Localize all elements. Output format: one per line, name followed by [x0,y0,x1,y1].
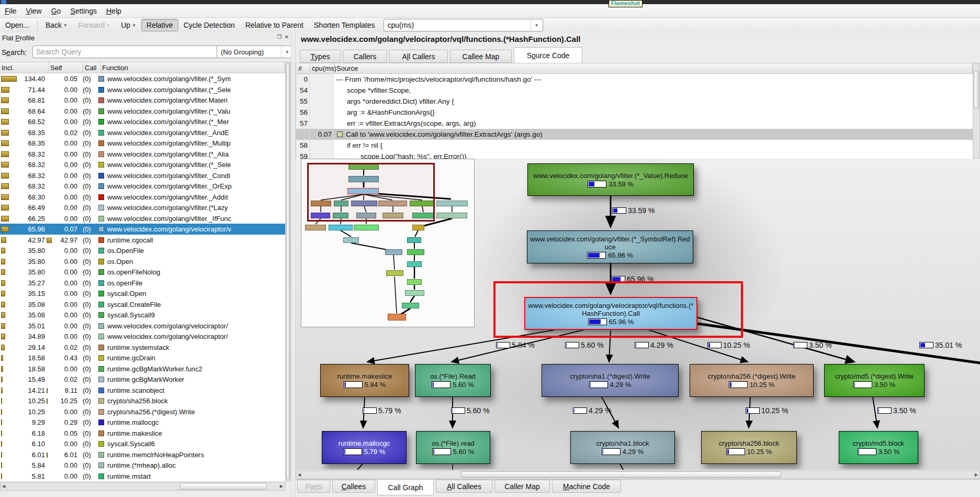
source-line[interactable]: 55args *ordereddict.Dict) vfilter.Any { [296,96,973,107]
graph-node-sha256-write[interactable]: crypto/sha256.(*digest).Write10.25 % [690,364,814,397]
source-line[interactable]: 56arg := &HashFunctionArgs{} [296,107,973,118]
table-row[interactable]: 68.350.02(0)www.velocidex.com/golang/vfi… [0,127,285,138]
table-row[interactable]: 68.320.00(0)www.velocidex.com/golang/vfi… [0,181,285,192]
tab-callees[interactable]: Callees [332,480,375,493]
panel-splitter[interactable] [291,32,296,497]
dock-close-icon[interactable]: ✕ [284,34,290,40]
search-input[interactable] [32,46,218,58]
cycle-detection-button[interactable]: Cycle Detection [178,19,240,31]
scroll-right-icon[interactable]: ▶ [975,472,978,477]
scroll-left-icon[interactable]: ◀ [298,472,301,477]
tab-source-code[interactable]: Source Code [514,47,582,63]
relative-to-parent-button[interactable]: Relative to Parent [240,19,309,31]
graph-node-md5-block[interactable]: crypto/md5.block3.50 % [839,431,918,464]
table-row[interactable]: 134.400.05(0)www.velocidex.com/golang/vf… [0,73,285,84]
graph-hscrollbar[interactable]: ◀ ▶ [296,470,980,479]
table-row[interactable]: 71.440.00(0)www.velocidex.com/golang/vfi… [0,84,285,95]
table-row[interactable]: 35.150.00(0)syscall.Open [0,288,285,299]
menu-view[interactable]: View [21,5,47,17]
tab-callers[interactable]: Callers [343,50,387,63]
graph-node-symbolref-reduce[interactable]: www.velocidex.com/golang/vfilter.(*_Symb… [527,230,693,263]
source-line[interactable]: 0.07Call to 'www.velocidex.com/golang/vf… [296,129,973,140]
table-row[interactable]: 66.250.00(0)www.velocidex.com/golang/vfi… [0,213,285,224]
table-row[interactable]: 35.010.00(0)www.velocidex.com/golang/vel… [0,321,285,332]
scroll-left-icon[interactable]: ◀ [2,484,5,489]
up-button[interactable]: Up▼ [116,19,141,31]
flat-profile-vscrollbar[interactable] [285,62,291,481]
flat-profile-header[interactable]: Incl. Self Call Function [0,62,285,73]
graph-node-sha1-block[interactable]: crypto/sha1.block4.29 % [570,431,675,464]
column-incl[interactable]: Incl. [2,64,14,72]
column-cpu[interactable]: cpu(ms) [312,64,336,72]
table-row[interactable]: 66.490.00(0)www.velocidex.com/golang/vfi… [0,202,285,213]
back-button[interactable]: Back▼ [40,19,73,31]
table-row[interactable]: 18.580.43(0)runtime.gcDrain [0,352,285,363]
source-line[interactable]: 54scope *vfilter.Scope, [296,85,973,96]
graph-node-sha1-write[interactable]: crypto/sha1.(*digest).Write4.29 % [542,364,679,397]
shorten-templates-button[interactable]: Shorten Templates [309,19,380,31]
table-row[interactable]: 35.080.00(0)syscall.Syscall9 [0,310,285,321]
tab-caller-map[interactable]: Caller Map [494,480,550,493]
source-line[interactable]: 57err := vfilter.ExtractArgs(scope, args… [296,118,973,129]
relative-toggle[interactable]: Relative [141,19,178,31]
table-row[interactable]: 6.016.01(0)runtime.memclrNoHeapPointers [0,449,285,460]
table-row[interactable]: 68.300.00(0)www.velocidex.com/golang/vfi… [0,192,285,203]
table-row[interactable]: 68.640.00(0)www.velocidex.com/golang/vfi… [0,106,285,117]
table-row[interactable]: 14.218.11(0)runtime.scanobject [0,385,285,396]
table-row[interactable]: 18.580.00(0)runtime.gcBgMarkWorker.func2 [0,363,285,374]
source-header[interactable]: # cpu(ms) Source [296,63,973,74]
table-row[interactable]: 68.320.00(0)www.velocidex.com/golang/vfi… [0,170,285,181]
graph-node-file-read[interactable]: os.(*File).read5.60 % [416,431,490,464]
column-source[interactable]: Source [336,64,358,72]
minimap-viewport[interactable] [307,163,435,222]
menu-settings[interactable]: Settings [65,5,102,17]
table-row[interactable]: 15.490.02(0)runtime.gcBgMarkWorker [0,374,285,385]
grouping-select[interactable]: (No Grouping)▼ [217,46,294,58]
table-row[interactable]: 35.270.00(0)os.openFile [0,278,285,289]
source-line[interactable]: 58if err != nil { [296,140,973,151]
table-row[interactable]: 35.800.00(0)os.OpenFile [0,245,285,256]
column-line[interactable]: # [298,64,302,72]
graph-node-value-reduce[interactable]: www.velocidex.com/golang/vfilter.(*_Valu… [527,163,694,196]
table-row[interactable]: 5.810.00(0)runtime.mstart [0,471,285,482]
table-row[interactable]: 68.320.00(0)www.velocidex.com/golang/vfi… [0,159,285,170]
graph-node-makeslice[interactable]: runtime.makeslice5.84 % [320,364,409,397]
tab-types[interactable]: Types [300,50,341,63]
tab-all-callees[interactable]: All Callees [436,480,492,493]
table-row[interactable]: 29.140.02(0)runtime.systemstack [0,342,285,353]
graph-node-mallocgc[interactable]: runtime.mallocgc5.79 % [322,431,407,464]
table-row[interactable]: 68.350.00(0)www.velocidex.com/golang/vfi… [0,138,285,149]
tab-all-callers[interactable]: All Callers [389,50,448,63]
table-row[interactable]: 10.2510.25(0)crypto/sha256.block [0,395,285,406]
table-row[interactable]: 5.840.00(0)runtime.(*mheap).alloc [0,460,285,471]
table-row[interactable]: 6.180.05(0)runtime.makeslice [0,428,285,439]
dock-float-icon[interactable]: ❐ [276,34,283,40]
column-self[interactable]: Self [50,64,62,72]
table-row[interactable]: 42.9742.97(0)runtime.cgocall [0,235,285,246]
source-line[interactable]: 0--- From '/home/mic/projects/velocirapt… [296,74,973,85]
menu-go[interactable]: Go [47,5,66,17]
menu-file[interactable]: File [0,5,21,17]
column-function[interactable]: Function [102,64,128,72]
call-graph-view[interactable]: www.velocidex.com/golang/vfilter.(*_Valu… [296,159,980,470]
source-vscrollbar[interactable] [973,63,980,159]
graph-node-sha256-block[interactable]: crypto/sha256.block10.25 % [701,431,797,464]
table-row[interactable]: 68.810.00(0)www.velocidex.com/golang/vfi… [0,95,285,106]
tab-callee-map[interactable]: Callee Map [450,50,512,63]
column-call[interactable]: Call [85,64,96,72]
graph-node-md5-write[interactable]: crypto/md5.(*digest).Write3.50 % [824,364,925,397]
table-row[interactable]: 35.800.00(0)os.openFileNolog [0,267,285,278]
open-button[interactable]: Open... [0,19,35,31]
event-type-select[interactable]: cpu(ms)▼ [384,19,543,31]
table-row[interactable]: 35.080.00(0)syscall.CreateFile [0,299,285,310]
flat-profile-hscrollbar[interactable]: ◀ ▶ [0,482,285,491]
table-row[interactable]: 9.290.29(0)runtime.mallocgc [0,417,285,428]
table-row[interactable]: 68.320.00(0)www.velocidex.com/golang/vfi… [0,149,285,160]
tab-call-graph[interactable]: Call Graph [377,480,434,495]
forward-button[interactable]: Forward▼ [73,19,116,31]
table-row[interactable]: 68.520.00(0)www.velocidex.com/golang/vfi… [0,116,285,127]
table-row[interactable]: 65.960.07(0)www.velocidex.com/golang/vel… [0,224,285,235]
table-row[interactable]: 35.800.00(0)os.Open [0,256,285,267]
table-row[interactable]: 10.250.00(0)crypto/sha256.(*digest).Writ… [0,406,285,417]
source-line[interactable]: 59scope.Log("hash: %s", err.Error()) [296,151,973,159]
